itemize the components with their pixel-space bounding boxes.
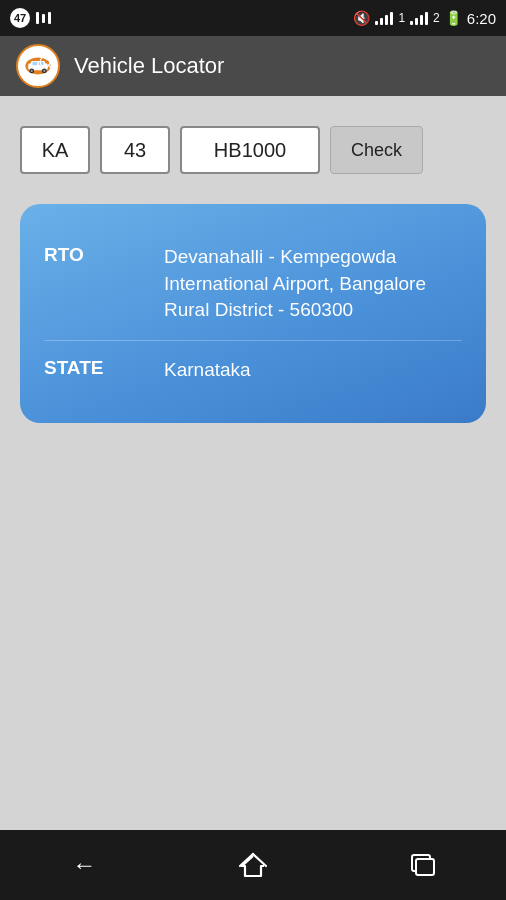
notification-count: 47 — [10, 8, 30, 28]
signal-2 — [410, 11, 428, 25]
status-bar: 47 🔇 1 2 🔋 6:20 — [0, 0, 506, 36]
vert-line-1 — [36, 12, 39, 24]
result-card: RTO Devanahalli - Kempegowda Internation… — [20, 204, 486, 423]
state-code-input[interactable] — [20, 126, 90, 174]
svg-rect-3 — [32, 62, 37, 66]
bar3b — [420, 15, 423, 25]
menu-icon — [36, 12, 51, 24]
state-value: Karnataka — [164, 357, 251, 384]
state-label: STATE — [44, 357, 164, 379]
district-code-input[interactable] — [100, 126, 170, 174]
svg-point-6 — [31, 70, 33, 72]
home-svg — [239, 852, 267, 878]
app-bar: Vehicle Locator — [0, 36, 506, 96]
app-icon — [16, 44, 60, 88]
battery-icon: 🔋 — [445, 10, 462, 26]
rto-label: RTO — [44, 244, 164, 266]
svg-line-11 — [240, 854, 253, 866]
time-display: 6:20 — [467, 10, 496, 27]
state-row: STATE Karnataka — [44, 340, 462, 400]
back-button[interactable]: ← — [59, 845, 109, 885]
rto-row: RTO Devanahalli - Kempegowda Internation… — [44, 228, 462, 340]
bar2b — [415, 18, 418, 25]
sim-label-2: 2 — [433, 11, 440, 25]
svg-rect-14 — [416, 859, 434, 875]
bar2 — [380, 18, 383, 25]
bar4b — [425, 12, 428, 25]
recents-svg — [409, 854, 435, 876]
status-bar-right: 🔇 1 2 🔋 6:20 — [353, 10, 496, 27]
mute-icon: 🔇 — [353, 10, 370, 26]
home-button[interactable] — [228, 845, 278, 885]
bar4 — [390, 12, 393, 25]
svg-point-8 — [43, 70, 45, 72]
nav-bar: ← — [0, 830, 506, 900]
plate-code-input[interactable] — [180, 126, 320, 174]
app-title: Vehicle Locator — [74, 53, 224, 79]
bar3 — [385, 15, 388, 25]
vert-line-3 — [48, 12, 51, 24]
car-svg — [24, 52, 52, 80]
bar1 — [375, 21, 378, 25]
signal-1 — [375, 11, 393, 25]
recents-button[interactable] — [397, 845, 447, 885]
vert-line-2 — [42, 14, 45, 23]
input-row: Check — [20, 126, 486, 174]
svg-line-12 — [253, 854, 266, 866]
rto-value: Devanahalli - Kempegowda International A… — [164, 244, 462, 324]
bar1b — [410, 21, 413, 25]
check-button[interactable]: Check — [330, 126, 423, 174]
main-content: Check RTO Devanahalli - Kempegowda Inter… — [0, 96, 506, 830]
status-bar-left: 47 — [10, 8, 51, 28]
sim-label: 1 — [398, 11, 405, 25]
